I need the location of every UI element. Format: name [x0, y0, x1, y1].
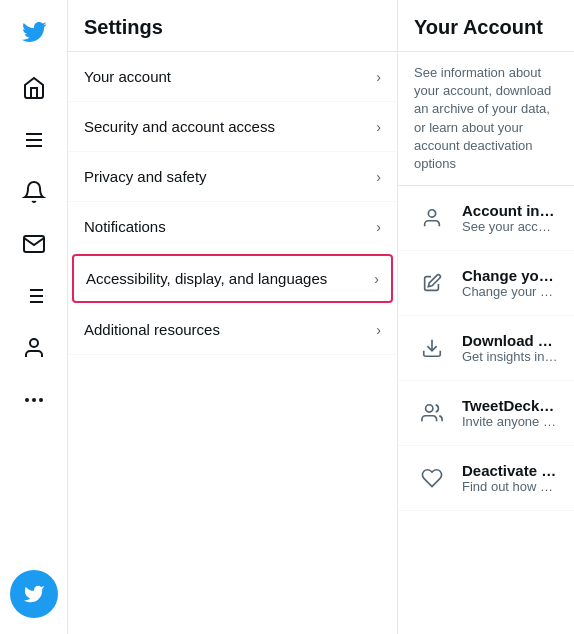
- settings-item-label: Security and account access: [84, 118, 275, 135]
- settings-item-notifications[interactable]: Notifications ›: [68, 202, 397, 252]
- settings-item-additional[interactable]: Additional resources ›: [68, 305, 397, 355]
- account-item-subtitle: Get insights into the type of informatio…: [462, 349, 558, 364]
- settings-item-accessibility[interactable]: Accessibility, display, and languages ›: [72, 254, 393, 303]
- settings-list: Your account › Security and account acce…: [68, 52, 397, 355]
- settings-item-label: Privacy and safety: [84, 168, 207, 185]
- account-item-text: Account information See your account inf…: [462, 202, 558, 234]
- settings-item-label: Accessibility, display, and languages: [86, 270, 327, 287]
- chevron-right-icon: ›: [376, 69, 381, 85]
- explore-nav-icon[interactable]: [10, 116, 58, 164]
- svg-point-12: [26, 399, 28, 401]
- settings-item-label: Notifications: [84, 218, 166, 235]
- account-item-title: Download an archive of your data: [462, 332, 558, 349]
- left-navigation: [0, 0, 68, 634]
- profile-nav-icon[interactable]: [10, 324, 58, 372]
- account-info-icon: [414, 200, 450, 236]
- download-icon: [414, 330, 450, 366]
- notifications-nav-icon[interactable]: [10, 168, 58, 216]
- deactivate-icon: [414, 460, 450, 496]
- account-item-download[interactable]: Download an archive of your data Get ins…: [398, 316, 574, 381]
- account-item-subtitle: See your account information like your p…: [462, 219, 558, 234]
- svg-point-9: [30, 339, 38, 347]
- account-item-title: Account information: [462, 202, 558, 219]
- settings-item-security[interactable]: Security and account access ›: [68, 102, 397, 152]
- your-account-header: Your Account: [398, 0, 574, 52]
- compose-button[interactable]: [10, 570, 58, 618]
- change-password-icon: [414, 265, 450, 301]
- settings-header: Settings: [68, 0, 397, 52]
- account-item-info[interactable]: Account information See your account inf…: [398, 186, 574, 251]
- account-item-subtitle: Find out how you can deactivate your acc…: [462, 479, 558, 494]
- settings-item-label: Additional resources: [84, 321, 220, 338]
- account-item-text: Deactivate your account Find out how you…: [462, 462, 558, 494]
- chevron-right-icon: ›: [376, 219, 381, 235]
- account-item-text: Change your password Change your passwor…: [462, 267, 558, 299]
- svg-point-13: [428, 210, 435, 217]
- account-item-password[interactable]: Change your password Change your passwor…: [398, 251, 574, 316]
- account-item-title: Deactivate your account: [462, 462, 558, 479]
- chevron-right-icon: ›: [376, 169, 381, 185]
- twitter-logo-icon[interactable]: [10, 8, 58, 56]
- account-item-subtitle: Change your password at any time: [462, 284, 558, 299]
- account-item-title: Change your password: [462, 267, 558, 284]
- account-item-deactivate[interactable]: Deactivate your account Find out how you…: [398, 446, 574, 511]
- home-nav-icon[interactable]: [10, 64, 58, 112]
- chevron-right-icon: ›: [376, 119, 381, 135]
- svg-point-15: [426, 405, 433, 412]
- messages-nav-icon[interactable]: [10, 220, 58, 268]
- account-items-list: Account information See your account inf…: [398, 186, 574, 511]
- tweetdeck-icon: [414, 395, 450, 431]
- your-account-panel: Your Account See information about your …: [398, 0, 574, 634]
- svg-point-11: [40, 399, 42, 401]
- settings-item-label: Your account: [84, 68, 171, 85]
- your-account-description: See information about your account, down…: [398, 52, 574, 186]
- svg-point-10: [33, 399, 35, 401]
- chevron-right-icon: ›: [376, 322, 381, 338]
- more-nav-icon[interactable]: [10, 376, 58, 424]
- lists-nav-icon[interactable]: [10, 272, 58, 320]
- settings-item-your-account[interactable]: Your account ›: [68, 52, 397, 102]
- chevron-right-icon: ›: [374, 271, 379, 287]
- account-item-title: TweetDeck Teams: [462, 397, 558, 414]
- settings-item-privacy[interactable]: Privacy and safety ›: [68, 152, 397, 202]
- settings-panel: Settings Your account › Security and acc…: [68, 0, 398, 634]
- account-item-text: TweetDeck Teams Invite anyone to Tweet f…: [462, 397, 558, 429]
- account-item-subtitle: Invite anyone to Tweet from this account…: [462, 414, 558, 429]
- account-item-text: Download an archive of your data Get ins…: [462, 332, 558, 364]
- account-item-tweetdeck[interactable]: TweetDeck Teams Invite anyone to Tweet f…: [398, 381, 574, 446]
